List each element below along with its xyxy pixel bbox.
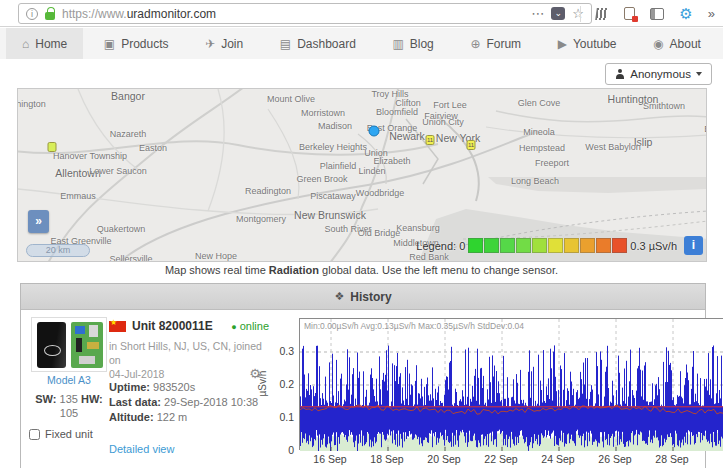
- person-icon: [615, 69, 625, 79]
- map-place-label: Plainfield: [320, 161, 357, 171]
- map-place-label: Green Brook: [296, 174, 347, 184]
- map-place-label: Quakertown: [97, 224, 146, 234]
- map-place-label: Berkeley Heights: [299, 142, 367, 152]
- map-place-label: Brookha: [704, 124, 707, 134]
- nav-item-youtube[interactable]: ▶Youtube: [542, 28, 633, 59]
- china-flag-icon: [109, 321, 126, 332]
- map-place-label: Bloomfield: [376, 107, 418, 117]
- map-place-label: Easton: [139, 143, 167, 153]
- youtube-icon: ▶: [558, 37, 567, 51]
- legend-color-swatch: [468, 238, 483, 253]
- map-place-label: Woodbridge: [356, 188, 404, 198]
- user-menu-button[interactable]: Anonymous: [605, 63, 712, 85]
- home-icon: ⌂: [22, 37, 29, 51]
- map-place-label: Keansburg: [396, 223, 440, 233]
- legend-color-scale: [468, 238, 627, 253]
- map-place-label: hington: [17, 99, 46, 109]
- radiation-history-chart: µSv/h 00.10.20.3 Min:0.00µSv/h Avg:0.13µ…: [259, 318, 706, 468]
- map-place-label: Linden: [358, 166, 385, 176]
- products-icon: ▣: [104, 37, 115, 51]
- chart-y-tick-label: 0.2: [268, 378, 294, 390]
- bookmarks-icon[interactable]: [624, 7, 635, 20]
- sidebar-icon[interactable]: [650, 8, 664, 20]
- fixed-unit-checkbox[interactable]: [29, 429, 40, 440]
- https-lock-icon: [45, 12, 55, 20]
- user-menu-label: Anonymous: [630, 68, 691, 80]
- map-place-label: Madison: [318, 121, 352, 131]
- extension-gear-icon[interactable]: ⚙: [679, 5, 692, 23]
- page-info-icon[interactable]: i: [26, 8, 38, 20]
- nav-item-products[interactable]: ▣Products: [88, 28, 185, 59]
- address-bar[interactable]: i https://www.uradmonitor.com ⋯ ⌄ ☆: [18, 3, 592, 24]
- url-text[interactable]: https://www.uradmonitor.com: [62, 7, 524, 21]
- legend-max-label: 0.3 µSv/h: [630, 240, 677, 252]
- chart-x-tick-label: 28 Sep: [650, 453, 694, 465]
- chart-x-tick-label: 20 Sep: [422, 453, 466, 465]
- browser-toolbar: ⚙ »: [580, 3, 715, 24]
- legend-color-swatch: [612, 238, 627, 253]
- nav-item-home[interactable]: ⌂Home: [6, 28, 83, 59]
- nav-item-blog[interactable]: ▥Blog: [376, 28, 449, 59]
- nav-item-label: Join: [221, 37, 243, 51]
- unit-photo: [31, 317, 107, 372]
- join-icon: ✈: [205, 37, 215, 51]
- selected-unit-marker[interactable]: [369, 126, 380, 137]
- legend-info-button[interactable]: i: [684, 236, 703, 255]
- page-actions-icon[interactable]: ⋯: [531, 6, 544, 21]
- unit-info: Unit 8200011E ● online in Short Hills, N…: [109, 319, 269, 381]
- pocket-icon[interactable]: ⌄: [551, 7, 565, 20]
- station-marker[interactable]: 11: [467, 140, 476, 150]
- url-scheme: https://www.: [62, 7, 127, 21]
- nav-item-dashboard[interactable]: ▤Dashboard: [264, 28, 372, 59]
- chart-x-tick-label: 22 Sep: [479, 453, 523, 465]
- history-panel-header[interactable]: ❖ History: [21, 284, 705, 310]
- user-strip: Anonymous: [0, 59, 723, 88]
- chart-plot-area: [299, 318, 723, 450]
- map-place-label: Long Beach: [511, 176, 559, 186]
- history-panel-body: Model A3 SW: 135 HW: 105 Fixed unit Unit…: [21, 310, 705, 468]
- map-legend: Legend: 0 0.3 µSv/h i: [416, 236, 703, 255]
- chevron-down-icon: [696, 72, 702, 76]
- detailed-view-link[interactable]: Detailed view: [109, 443, 174, 455]
- map-place-label: Old Bridge: [358, 228, 401, 238]
- blog-icon: ▥: [392, 37, 403, 51]
- legend-color-swatch: [580, 238, 595, 253]
- map-place-label: Newark: [389, 130, 425, 142]
- fixed-unit-label: Fixed unit: [45, 428, 93, 440]
- site-navbar: ⌂Home▣Products✈Join▤Dashboard▥Blog⊕Forum…: [0, 28, 723, 59]
- map-place-label: Mineola: [523, 127, 555, 137]
- chart-x-tick-label: 24 Sep: [536, 453, 580, 465]
- legend-color-swatch: [532, 238, 547, 253]
- station-marker[interactable]: 11: [426, 135, 435, 145]
- about-icon: ◉: [653, 37, 663, 51]
- legend-color-swatch: [564, 238, 579, 253]
- unit-location: in Short Hills, NJ, US, CN, joined on: [109, 339, 269, 367]
- altitude-line: Altitude: 122 m: [109, 411, 187, 423]
- nav-item-about[interactable]: ◉About: [637, 28, 717, 59]
- map-panel-expand-button[interactable]: »: [28, 210, 49, 233]
- chart-x-tick-label: 16 Sep: [308, 453, 352, 465]
- station-marker[interactable]: [48, 142, 57, 152]
- map-place-label: Mount Olive: [267, 94, 315, 104]
- map-place-label: Montgomery: [236, 214, 286, 224]
- map-place-label: Readington: [245, 186, 291, 196]
- model-link[interactable]: Model A3: [31, 374, 107, 386]
- chart-y-tick-label: 0: [268, 444, 294, 456]
- toolbar-separator: [580, 6, 581, 22]
- legend-label: Legend: 0: [416, 240, 465, 252]
- overflow-menu-icon[interactable]: »: [708, 6, 715, 21]
- radiation-map[interactable]: hingtonBangorMount OliveTroy HillsClifto…: [17, 88, 707, 262]
- nav-item-label: Youtube: [573, 37, 617, 51]
- library-icon[interactable]: [595, 8, 610, 20]
- nav-item-forum[interactable]: ⊕Forum: [454, 28, 537, 59]
- fixed-unit-option[interactable]: Fixed unit: [29, 428, 93, 440]
- map-place-label: Union City: [422, 117, 464, 127]
- nav-item-join[interactable]: ✈Join: [189, 28, 259, 59]
- history-icon: ❖: [334, 290, 344, 303]
- legend-color-swatch: [596, 238, 611, 253]
- map-scale-bar: 20 km: [26, 244, 90, 257]
- unit-name: Unit 8200011E: [132, 319, 213, 333]
- nav-item-label: Dashboard: [297, 37, 356, 51]
- map-place-label: Morristown: [301, 108, 345, 118]
- map-place-label: Piscataway: [310, 191, 356, 201]
